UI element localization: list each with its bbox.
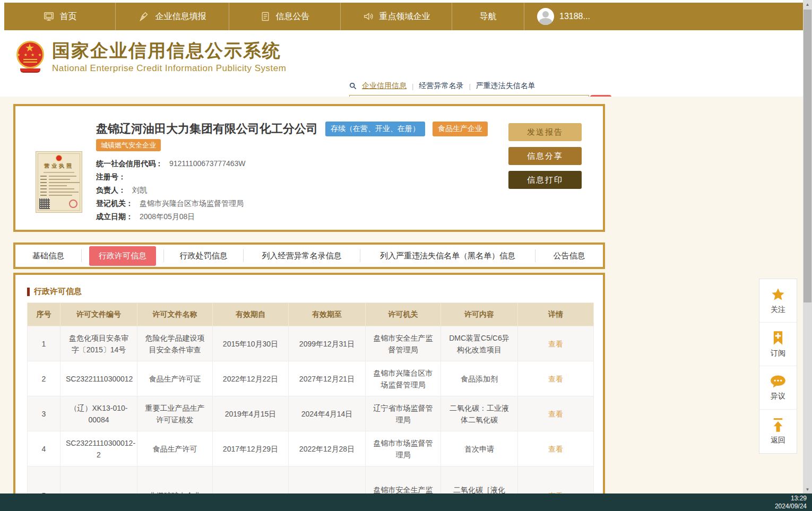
license-qr-code — [39, 198, 50, 209]
share-info-button[interactable]: 信息分享 — [508, 147, 582, 165]
nav-item-key-enterprises[interactable]: 重点领域企业 — [341, 3, 452, 30]
subscribe-label: 订阅 — [771, 349, 785, 358]
home-monitor-icon — [43, 11, 55, 22]
business-license-image: 营业执照 — [36, 151, 82, 213]
site-logo[interactable]: ★ ★ ★ ★ ★ 国家企业信用信息公示系统 National Enterpri… — [16, 40, 286, 74]
table-row: 4 SC23221110300012-2 食品生产许可 2017年12月29日 … — [28, 431, 594, 466]
chat-dots-icon — [770, 375, 786, 388]
bulletin-icon — [260, 11, 271, 22]
pen-report-icon — [139, 11, 150, 22]
site-subtitle: National Enterprise Credit Information P… — [52, 63, 286, 74]
table-row: 1 盘危化项目安条审字〔2015〕14号 危险化学品建设项目安全条件审查 201… — [28, 326, 594, 361]
search-tab-credit-info[interactable]: 企业信用信息 — [362, 81, 407, 91]
tab-admin-penalty[interactable]: 行政处罚信息 — [164, 249, 244, 262]
company-name: 盘锦辽河油田大力集团有限公司化工分公司 — [96, 121, 318, 137]
follow-label: 关注 — [771, 305, 785, 315]
clock-time: 13:29 — [775, 495, 807, 503]
subscribe-button[interactable]: 订阅 — [759, 323, 797, 366]
nav-user-account[interactable]: 13188... — [524, 3, 616, 30]
license-red-seal — [69, 200, 77, 208]
status-badge: 存续（在营、开业、在册） — [325, 122, 425, 136]
view-detail-link[interactable]: 查看 — [548, 445, 563, 453]
tab-serious-violations[interactable]: 列入严重违法失信名单（黑名单）信息 — [360, 249, 535, 262]
field-credit-code: 统一社会信用代码：91211100673777463W — [96, 157, 246, 170]
nav-item-label: 重点领域企业 — [379, 11, 430, 22]
field-person-in-charge: 负责人：刘凯 — [96, 184, 246, 197]
national-emblem-icon: ★ ★ ★ ★ ★ — [16, 40, 45, 74]
col-header-valid-to: 有效期至 — [289, 303, 366, 326]
clock-date: 2024/09/24 — [775, 503, 807, 510]
company-fields: 统一社会信用代码：91211100673777463W 注册号： 负责人：刘凯 … — [96, 157, 246, 223]
field-establishment-date: 成立日期：2008年05月08日 — [96, 210, 246, 223]
tab-admin-license[interactable]: 行政许可信息 — [82, 249, 164, 262]
divider: | — [469, 82, 470, 90]
nav-filler — [616, 3, 803, 30]
view-detail-link[interactable]: 查看 — [548, 375, 563, 383]
nav-item-label: 首页 — [60, 11, 77, 22]
user-phone-label: 13188... — [559, 12, 590, 21]
col-header-valid-from: 有效期自 — [213, 303, 289, 326]
view-detail-link[interactable]: 查看 — [548, 410, 563, 418]
nav-item-label: 信息公告 — [276, 11, 310, 22]
tab-abnormal-operations[interactable]: 列入经营异常名录信息 — [244, 249, 360, 262]
col-header-doc-name: 许可文件名称 — [137, 303, 213, 326]
table-row: 2 SC23221110300012 食品生产许可证 2022年12月22日 2… — [28, 361, 594, 396]
dispute-button[interactable]: 异议 — [759, 366, 797, 410]
detail-tabs: 基础信息 行政许可信息 行政处罚信息 列入经营异常名录信息 列入严重违法失信名单… — [13, 242, 605, 269]
site-header: ★ ★ ★ ★ ★ 国家企业信用信息公示系统 National Enterpri… — [4, 30, 803, 97]
section-marker — [27, 288, 30, 296]
view-detail-link[interactable]: 查看 — [548, 340, 563, 348]
back-to-top-label-group: 异议 — [771, 392, 785, 401]
follow-button[interactable]: 关注 — [759, 279, 797, 323]
nav-item-label: 导航 — [480, 11, 497, 22]
speaker-icon — [362, 11, 374, 22]
back-top-icon — [771, 418, 785, 432]
nav-item-navigation[interactable]: 导航 — [452, 3, 524, 30]
food-producer-badge: 食品生产企业 — [433, 122, 488, 136]
top-navigation: 首页 企业信息填报 信息公告 重点领域企业 导航 13188... — [4, 3, 803, 30]
send-report-button[interactable]: 发送报告 — [508, 123, 582, 141]
col-header-authority: 许可机关 — [366, 303, 441, 326]
vertical-scrollbar[interactable]: ▲ ▼ — [803, 0, 812, 493]
scrollbar-down-arrow-icon[interactable]: ▼ — [803, 485, 812, 493]
bookmark-plus-icon — [772, 331, 784, 345]
scrollbar-thumb[interactable] — [804, 10, 811, 302]
star-icon — [770, 287, 786, 302]
section-title: 行政许可信息 — [34, 287, 82, 297]
col-header-index: 序号 — [28, 303, 61, 326]
col-header-content: 许可内容 — [441, 303, 518, 326]
license-table: 序号 许可文件编号 许可文件名称 有效期自 有效期至 许可机关 许可内容 详情 … — [27, 302, 594, 511]
search-icon — [349, 82, 357, 90]
divider: | — [412, 82, 413, 90]
admin-license-panel: 行政许可信息 序号 许可文件编号 许可文件名称 有效期自 有效期至 许可机关 许… — [13, 273, 605, 511]
return-top-button[interactable]: 返回 — [759, 410, 797, 453]
scrollbar-up-arrow-icon[interactable]: ▲ — [803, 0, 812, 8]
floating-action-bar: 关注 订阅 异议 返回 — [759, 279, 797, 454]
site-title: 国家企业信用信息公示系统 — [52, 40, 286, 61]
table-row: 3 （辽）XK13-010-00084 重要工业产品生产许可证核发 2019年4… — [28, 396, 594, 431]
return-label: 返回 — [771, 436, 785, 445]
table-header-row: 序号 许可文件编号 许可文件名称 有效期自 有效期至 许可机关 许可内容 详情 — [28, 303, 594, 326]
nav-item-label: 企业信息填报 — [156, 11, 206, 22]
company-info-panel: 营业执照 盘锦辽河油田大力集团有限公司化工分公司 存续（在营、开业、在册） 食品… — [13, 104, 605, 232]
nav-item-home[interactable]: 首页 — [4, 3, 116, 30]
os-taskbar: 13:29 2024/09/24 — [0, 493, 812, 511]
field-registration-number: 注册号： — [96, 170, 246, 184]
search-tab-abnormal-list[interactable]: 经营异常名录 — [419, 81, 463, 91]
taskbar-clock[interactable]: 13:29 2024/09/24 — [775, 495, 812, 510]
nav-item-report[interactable]: 企业信息填报 — [116, 3, 229, 30]
print-info-button[interactable]: 信息打印 — [508, 171, 582, 189]
col-header-doc-number: 许可文件编号 — [61, 303, 137, 326]
gas-safety-badge: 城镇燃气安全企业 — [96, 139, 161, 151]
field-registration-authority: 登记机关：盘锦市兴隆台区市场监督管理局 — [96, 197, 246, 210]
tab-announcements[interactable]: 公告信息 — [535, 249, 603, 262]
col-header-detail: 详情 — [518, 303, 594, 326]
tab-basic-info[interactable]: 基础信息 — [15, 249, 82, 262]
company-actions: 发送报告 信息分享 信息打印 — [508, 123, 582, 195]
nav-item-bulletin[interactable]: 信息公告 — [229, 3, 341, 30]
search-tab-illegal-list[interactable]: 严重违法失信名单 — [476, 81, 535, 91]
user-avatar — [537, 8, 554, 25]
